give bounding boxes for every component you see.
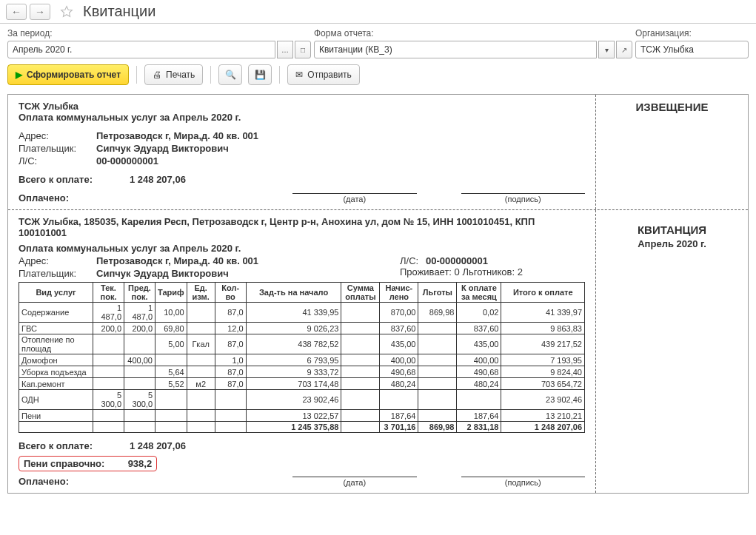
total-value: 1 248 207,06: [130, 174, 186, 185]
form-input[interactable]: Квитанции (КВ_3): [314, 41, 597, 58]
table-row: ГВС200,0200,069,8012,09 026,23837,60837,…: [19, 323, 585, 334]
forward-button[interactable]: →: [30, 4, 50, 20]
disk-icon: 💾: [255, 70, 266, 80]
preview-button[interactable]: 🔍: [218, 64, 242, 85]
services-table: Вид услуг Тек. пок. Пред. пок. Тариф Ед.…: [19, 282, 585, 433]
notice-title: Оплата коммунальных услуг за Апрель 2020…: [19, 112, 585, 123]
paid-label: Оплачено:: [19, 192, 130, 203]
print-button[interactable]: 🖨 Печать: [144, 64, 203, 85]
table-row: ОДН5 300,05 300,023 902,4623 902,46: [19, 390, 585, 410]
addr-label: Адрес:: [19, 255, 96, 266]
receipt-section: ТСЖ Улыбка, 185035, Карелия Респ, Петроз…: [8, 210, 596, 493]
address-value: Петрозаводск г, Мира,д. 40 кв. 001: [96, 130, 258, 141]
magnify-icon: 🔍: [225, 70, 236, 80]
toolbar: ▶ Сформировать отчет 🖨 Печать 🔍 💾 ✉ Отпр…: [0, 60, 756, 90]
col-debt: Зад-ть на начало: [246, 283, 341, 303]
top-nav: ← → Квитанции: [0, 0, 756, 24]
acc-label: Л/С:: [400, 255, 426, 266]
envelope-icon: ✉: [295, 70, 303, 80]
peni-highlight: Пени справочно: 938,2: [19, 456, 157, 471]
total-label: Всего к оплате:: [19, 174, 130, 185]
separator: [210, 66, 211, 84]
period-input[interactable]: Апрель 2020 г.: [7, 41, 275, 58]
table-total-row: 1 245 375,883 701,16869,982 831,181 248 …: [19, 422, 585, 433]
payer-label: Плательщик:: [19, 143, 96, 154]
org-label: Организация:: [635, 28, 749, 38]
period-label: За период:: [7, 28, 311, 38]
receipt-badge: КВИТАНЦИЯ: [606, 223, 737, 236]
col-disc: Льготы: [418, 283, 457, 303]
receipt-total-label: Всего к оплате:: [19, 440, 130, 451]
table-row: Домофон400,001,06 793,95400,00400,007 19…: [19, 354, 585, 366]
period-clear-button[interactable]: □: [295, 41, 311, 58]
col-paid: Сумма оплаты: [341, 283, 380, 303]
receipt-badge-section: КВИТАНЦИЯ Апрель 2020 г.: [596, 210, 748, 493]
separator: [136, 66, 137, 84]
payer-value: Сипчук Эдуард Викторович: [96, 143, 229, 154]
sign-signature-line: (подпись): [461, 193, 586, 203]
generate-label: Сформировать отчет: [27, 70, 121, 80]
addr-value: Петрозаводск г, Мира,д. 40 кв. 001: [96, 255, 258, 266]
send-button[interactable]: ✉ Отправить: [287, 64, 360, 85]
report-area: ТСЖ Улыбка Оплата коммунальных услуг за …: [7, 94, 749, 494]
notice-section: ТСЖ Улыбка Оплата коммунальных услуг за …: [8, 95, 596, 209]
date-signature-line: (дата): [292, 193, 417, 203]
play-icon: ▶: [16, 70, 22, 80]
payer-label: Плательщик:: [19, 268, 96, 279]
col-monthly: К оплате за месяц: [457, 283, 501, 303]
col-qty: Кол-во: [215, 283, 246, 303]
col-tariff: Тариф: [155, 283, 187, 303]
receipt-title: Оплата коммунальных услуг за Апрель 2020…: [19, 243, 585, 254]
filter-bar: За период: Апрель 2020 г. … □ Форма отче…: [0, 24, 756, 60]
table-row: Содержание1 487,01 487,010,0087,041 339,…: [19, 303, 585, 323]
account-value: 00-000000001: [96, 155, 158, 166]
org-name: ТСЖ Улыбка: [19, 101, 585, 112]
form-dropdown-button[interactable]: ▾: [598, 41, 615, 58]
col-cur: Тек. пок.: [93, 283, 124, 303]
peni-value: 938,2: [128, 458, 153, 469]
favorite-star-icon[interactable]: [59, 4, 74, 19]
save-button[interactable]: 💾: [248, 64, 272, 85]
table-row: Пени13 022,57187,64187,6413 210,21: [19, 410, 585, 422]
table-row: Отопление по площад5,00Гкал87,0438 782,5…: [19, 334, 585, 354]
table-row: Уборка подъезда5,6487,09 333,72490,68490…: [19, 366, 585, 378]
address-label: Адрес:: [19, 130, 96, 141]
form-label: Форма отчета:: [314, 28, 632, 38]
generate-report-button[interactable]: ▶ Сформировать отчет: [7, 64, 129, 85]
account-label: Л/С:: [19, 155, 96, 166]
receipt-total-value: 1 248 207,06: [130, 440, 186, 451]
payer-value: Сипчук Эдуард Викторович: [96, 268, 229, 279]
receipt-header: ТСЖ Улыбка, 185035, Карелия Респ, Петроз…: [19, 216, 585, 238]
col-unit: Ед. изм.: [187, 283, 215, 303]
table-row: Кап.ремонт5,52м287,0703 174,48480,24480,…: [19, 378, 585, 390]
sign-signature-line: (подпись): [461, 477, 586, 487]
col-total: Итого к оплате: [501, 283, 585, 303]
col-prev: Пред. пок.: [124, 283, 155, 303]
col-service: Вид услуг: [19, 283, 93, 303]
form-open-button[interactable]: ↗: [616, 41, 632, 58]
date-signature-line: (дата): [292, 477, 417, 487]
printer-icon: 🖨: [153, 70, 161, 80]
acc-value: 00-000000001: [426, 255, 488, 266]
period-picker-button[interactable]: …: [277, 41, 293, 58]
org-input[interactable]: ТСЖ Улыбка: [635, 41, 749, 58]
back-button[interactable]: ←: [6, 4, 27, 20]
notice-badge-section: ИЗВЕЩЕНИЕ: [596, 95, 748, 209]
peni-label: Пени справочно:: [24, 458, 125, 469]
send-label: Отправить: [307, 70, 352, 80]
separator: [279, 66, 280, 84]
notice-badge: ИЗВЕЩЕНИЕ: [606, 101, 737, 113]
print-label: Печать: [166, 70, 195, 80]
residents-info: Проживает: 0 Льготников: 2: [400, 266, 585, 277]
page-title: Квитанции: [83, 3, 155, 20]
paid-label: Оплачено:: [19, 476, 130, 487]
receipt-badge-sub: Апрель 2020 г.: [606, 238, 737, 249]
col-charged: Начис- лено: [380, 283, 418, 303]
